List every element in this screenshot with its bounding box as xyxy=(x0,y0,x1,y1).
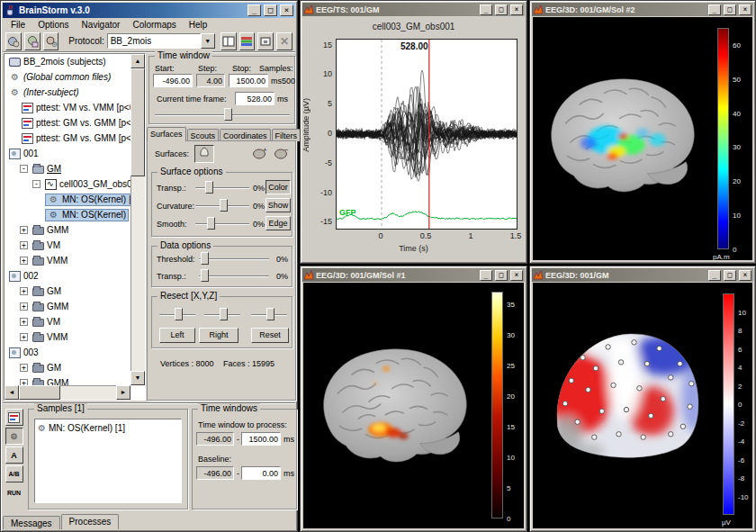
menu-item-options[interactable]: Options xyxy=(32,19,74,31)
sol1-title-bar[interactable]: EEG/3D: 001/GM/Sol #1 _ □ × xyxy=(302,268,525,282)
tree-row[interactable]: +GM xyxy=(4,284,130,299)
collapse-minus-icon[interactable]: - xyxy=(32,180,40,188)
brain-3d-sol1[interactable] xyxy=(307,302,487,522)
gm-title-bar[interactable]: EEG/3D: 001/GM _ □ × xyxy=(532,268,753,282)
expand-plus-icon[interactable]: + xyxy=(20,241,28,249)
ts-maximize-button[interactable]: □ xyxy=(495,5,508,15)
ts-figure-body[interactable]: cell003_GM_obs001 Amplitude (µV) 528.00 … xyxy=(303,17,524,260)
current-time-field[interactable] xyxy=(235,92,274,105)
transp-slider-thumb[interactable] xyxy=(205,181,213,194)
tree-row[interactable]: pttest: VM vs. VMM [p<0.05] xyxy=(4,100,130,115)
bottom-tab-messages[interactable]: Messages xyxy=(3,516,60,529)
process-ab-button[interactable]: A/B xyxy=(5,465,23,482)
menu-item-file[interactable]: File xyxy=(5,19,31,31)
stop-field[interactable] xyxy=(229,74,268,87)
samples-list[interactable]: ⚙ MN: OS(Kernel) [1] xyxy=(34,419,182,503)
expand-plus-icon[interactable]: + xyxy=(20,379,28,385)
brain-3d-sol2[interactable] xyxy=(535,33,715,251)
protocol-dropdown-arrow[interactable]: ▼ xyxy=(201,33,215,49)
tree-row[interactable]: ⚙(Global common files) xyxy=(4,69,130,85)
curvature-slider[interactable] xyxy=(195,199,249,212)
gm-colorbar[interactable] xyxy=(723,293,734,515)
tree-row[interactable]: +GMM xyxy=(4,375,130,385)
functional-data-button[interactable] xyxy=(24,32,40,50)
tree-row[interactable]: ⚙MN: OS(Kernel) xyxy=(4,207,130,222)
bottom-tab-processes[interactable]: Processes xyxy=(61,514,120,529)
baseline-from-field[interactable] xyxy=(196,466,234,480)
smooth-slider-thumb[interactable] xyxy=(207,217,215,230)
threshold-slider[interactable] xyxy=(199,252,269,266)
sol2-minimize-button[interactable]: _ xyxy=(708,5,721,15)
sol2-figure-body[interactable]: pA.m 6050403020100 xyxy=(533,17,752,260)
resect-z-thumb[interactable] xyxy=(266,308,274,320)
resect-y-slider[interactable] xyxy=(204,308,240,321)
gm-close-button[interactable]: × xyxy=(739,270,752,281)
snapshot-button[interactable] xyxy=(257,32,274,50)
step-field[interactable] xyxy=(196,74,225,87)
tree-row[interactable]: pttest: GM vs. GMM [p<0.05] xyxy=(4,131,130,146)
sol2-title-bar[interactable]: EEG/3D: 001/GM/Sol #2 _ □ × xyxy=(532,3,753,16)
sol2-colorbar[interactable] xyxy=(717,28,729,249)
resect-y-thumb[interactable] xyxy=(220,308,228,320)
run-button[interactable]: RUN xyxy=(5,484,23,501)
scalp-map-3d[interactable] xyxy=(535,290,718,520)
menu-item-colormaps[interactable]: Colormaps xyxy=(127,19,181,31)
ts-minimize-button[interactable]: _ xyxy=(480,5,492,15)
expand-plus-icon[interactable]: + xyxy=(20,302,28,311)
sample-list-item[interactable]: ⚙ MN: OS(Kernel) [1] xyxy=(35,419,181,437)
tree-row[interactable]: +VM xyxy=(4,314,130,329)
menu-item-navigator[interactable]: Navigator xyxy=(76,19,126,31)
gm-figure-body[interactable]: µV 1086420-2-4-6-8-10 xyxy=(533,283,752,528)
start-field[interactable] xyxy=(153,74,193,87)
time-slider-thumb[interactable] xyxy=(224,108,232,121)
protocol-combobox[interactable]: ▼ xyxy=(107,33,215,49)
tree-hscroll-thumb[interactable] xyxy=(19,385,60,400)
tree-row[interactable]: +VMM xyxy=(4,329,130,345)
tree-row[interactable]: BB_2mois (subjects) xyxy=(4,54,130,69)
expand-plus-icon[interactable]: + xyxy=(20,333,28,341)
surface-head-toggle[interactable] xyxy=(194,145,214,163)
processes-toolbar-button[interactable]: ⚙ xyxy=(43,32,59,50)
expand-plus-icon[interactable]: + xyxy=(20,318,28,326)
tree-row[interactable]: -GM xyxy=(4,161,130,176)
sol1-figure-body[interactable]: 35302520151050 xyxy=(303,283,524,528)
scroll-left-icon[interactable]: ◄ xyxy=(4,385,19,400)
gm-minimize-button[interactable]: _ xyxy=(708,270,721,281)
transp-slider[interactable] xyxy=(195,181,249,194)
tree-horizontal-scrollbar[interactable]: ◄ ► xyxy=(4,385,130,400)
gm-maximize-button[interactable]: □ xyxy=(724,270,736,281)
ts-title-bar[interactable]: EEG/TS: 001/GM _ □ × xyxy=(302,3,525,16)
expand-plus-icon[interactable]: + xyxy=(20,364,28,372)
process-a-button[interactable]: A xyxy=(5,446,23,464)
delete-button[interactable]: ✕ xyxy=(276,32,292,50)
process-to-field[interactable] xyxy=(241,432,281,446)
smooth-slider[interactable] xyxy=(195,217,249,230)
tab-scouts[interactable]: Scouts xyxy=(187,129,220,141)
resect-x-slider[interactable] xyxy=(159,308,195,321)
expand-plus-icon[interactable]: + xyxy=(20,257,28,265)
color-button[interactable]: Color xyxy=(266,180,291,194)
tree-row[interactable]: ⚙(Inter-subject) xyxy=(4,85,130,100)
resect-z-slider[interactable] xyxy=(251,308,287,321)
remove-surface-button[interactable]: − xyxy=(274,146,290,162)
edge-button[interactable]: Edge xyxy=(266,216,291,230)
tab-filters[interactable]: Filters xyxy=(272,129,302,141)
ts-plot-area[interactable] xyxy=(336,39,518,230)
sol1-colorbar[interactable] xyxy=(491,292,503,518)
process-gear-button[interactable]: ⚙ xyxy=(5,428,23,445)
tree-row[interactable]: +GMM xyxy=(4,222,130,238)
tree-row[interactable]: +GMM xyxy=(4,299,130,314)
baseline-to-field[interactable] xyxy=(241,466,281,480)
subject-database-button[interactable] xyxy=(5,32,22,50)
sol1-minimize-button[interactable]: _ xyxy=(480,270,492,281)
sol2-close-button[interactable]: × xyxy=(739,5,752,15)
protocol-input[interactable] xyxy=(107,33,201,49)
tree-row[interactable]: +GM xyxy=(4,360,130,375)
tree-row[interactable]: -cell003_GM_obs001 xyxy=(4,176,130,192)
stat-process-button[interactable] xyxy=(5,409,23,426)
sol1-close-button[interactable]: × xyxy=(510,270,523,281)
resect-right-button[interactable]: Right xyxy=(199,328,238,343)
close-button[interactable]: × xyxy=(280,5,293,16)
data-transp-slider[interactable] xyxy=(199,269,269,283)
curvature-slider-thumb[interactable] xyxy=(220,199,228,212)
